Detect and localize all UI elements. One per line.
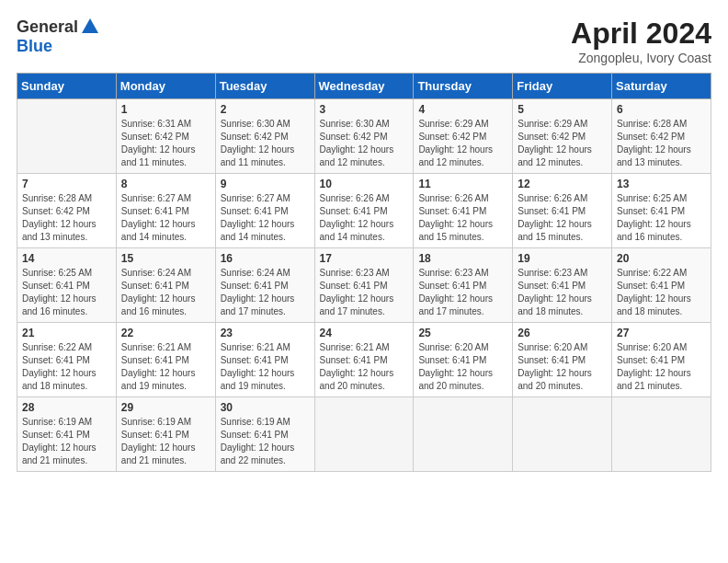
logo: General Blue [17,17,100,56]
day-info: Sunrise: 6:20 AMSunset: 6:41 PMDaylight:… [617,342,691,391]
calendar-table: SundayMondayTuesdayWednesdayThursdayFrid… [17,73,711,472]
calendar-day-cell: 18Sunrise: 6:23 AMSunset: 6:41 PMDayligh… [414,248,513,323]
calendar-week-row: 1Sunrise: 6:31 AMSunset: 6:42 PMDaylight… [17,99,711,174]
calendar-day-cell: 24Sunrise: 6:21 AMSunset: 6:41 PMDayligh… [314,323,414,397]
calendar-day-cell: 21Sunrise: 6:22 AMSunset: 6:41 PMDayligh… [17,323,117,397]
day-number: 24 [320,327,409,339]
calendar-day-cell: 1Sunrise: 6:31 AMSunset: 6:42 PMDaylight… [116,99,215,174]
day-of-week-header: Thursday [414,74,513,99]
day-info: Sunrise: 6:23 AMSunset: 6:41 PMDaylight:… [320,268,394,316]
day-info: Sunrise: 6:26 AMSunset: 6:41 PMDaylight:… [518,193,592,242]
day-number: 3 [320,103,409,116]
calendar-day-cell: 30Sunrise: 6:19 AMSunset: 6:41 PMDayligh… [215,397,314,472]
day-info: Sunrise: 6:27 AMSunset: 6:41 PMDaylight:… [121,193,196,242]
day-number: 9 [221,178,310,190]
calendar-week-row: 21Sunrise: 6:22 AMSunset: 6:41 PMDayligh… [17,323,711,397]
day-info: Sunrise: 6:31 AMSunset: 6:42 PMDaylight:… [121,119,196,167]
calendar-day-cell: 17Sunrise: 6:23 AMSunset: 6:41 PMDayligh… [314,248,414,323]
day-of-week-header: Friday [513,74,612,99]
day-of-week-header: Monday [116,74,215,99]
day-info: Sunrise: 6:30 AMSunset: 6:42 PMDaylight:… [320,119,394,167]
day-number: 15 [121,252,210,265]
day-number: 22 [121,327,210,339]
day-info: Sunrise: 6:21 AMSunset: 6:41 PMDaylight:… [320,342,394,391]
calendar-week-row: 7Sunrise: 6:28 AMSunset: 6:42 PMDaylight… [17,174,711,248]
day-info: Sunrise: 6:20 AMSunset: 6:41 PMDaylight:… [418,342,493,391]
calendar-day-cell: 5Sunrise: 6:29 AMSunset: 6:42 PMDaylight… [513,99,612,174]
day-number: 18 [418,252,507,265]
day-info: Sunrise: 6:19 AMSunset: 6:41 PMDaylight:… [121,417,196,465]
calendar-day-cell: 3Sunrise: 6:30 AMSunset: 6:42 PMDaylight… [314,99,414,174]
calendar-day-cell: 25Sunrise: 6:20 AMSunset: 6:41 PMDayligh… [414,323,513,397]
calendar-week-row: 14Sunrise: 6:25 AMSunset: 6:41 PMDayligh… [17,248,711,323]
day-info: Sunrise: 6:27 AMSunset: 6:41 PMDaylight:… [221,193,295,242]
day-info: Sunrise: 6:22 AMSunset: 6:41 PMDaylight:… [22,342,97,391]
calendar-day-cell: 22Sunrise: 6:21 AMSunset: 6:41 PMDayligh… [116,323,215,397]
day-number: 2 [221,103,310,116]
day-info: Sunrise: 6:20 AMSunset: 6:41 PMDaylight:… [518,342,592,391]
day-info: Sunrise: 6:29 AMSunset: 6:42 PMDaylight:… [518,119,592,167]
calendar-header-row: SundayMondayTuesdayWednesdayThursdayFrid… [17,74,711,99]
calendar-day-cell: 2Sunrise: 6:30 AMSunset: 6:42 PMDaylight… [215,99,314,174]
day-number: 13 [617,178,706,190]
day-number: 17 [320,252,409,265]
day-info: Sunrise: 6:23 AMSunset: 6:41 PMDaylight:… [418,268,493,316]
day-number: 28 [22,401,111,414]
day-info: Sunrise: 6:23 AMSunset: 6:41 PMDaylight:… [518,268,592,316]
calendar-day-cell: 19Sunrise: 6:23 AMSunset: 6:41 PMDayligh… [513,248,612,323]
day-info: Sunrise: 6:30 AMSunset: 6:42 PMDaylight:… [221,119,295,167]
day-info: Sunrise: 6:24 AMSunset: 6:41 PMDaylight:… [121,268,196,316]
day-info: Sunrise: 6:26 AMSunset: 6:41 PMDaylight:… [320,193,394,242]
logo-general-text: General [17,17,78,37]
day-of-week-header: Wednesday [314,74,414,99]
calendar-day-cell [314,397,414,472]
day-number: 8 [121,178,210,190]
calendar-day-cell: 12Sunrise: 6:26 AMSunset: 6:41 PMDayligh… [513,174,612,248]
day-number: 16 [221,252,310,265]
calendar-day-cell: 29Sunrise: 6:19 AMSunset: 6:41 PMDayligh… [116,397,215,472]
day-number: 26 [518,327,607,339]
calendar-day-cell [17,99,117,174]
calendar-day-cell: 11Sunrise: 6:26 AMSunset: 6:41 PMDayligh… [414,174,513,248]
day-info: Sunrise: 6:28 AMSunset: 6:42 PMDaylight:… [617,119,691,167]
day-number: 21 [22,327,111,339]
calendar-day-cell: 27Sunrise: 6:20 AMSunset: 6:41 PMDayligh… [612,323,711,397]
calendar-day-cell [414,397,513,472]
day-number: 5 [518,103,607,116]
logo-blue-text: Blue [17,37,52,56]
day-number: 4 [418,103,507,116]
day-info: Sunrise: 6:26 AMSunset: 6:41 PMDaylight:… [418,193,493,242]
calendar-day-cell: 23Sunrise: 6:21 AMSunset: 6:41 PMDayligh… [215,323,314,397]
day-number: 23 [221,327,310,339]
day-number: 20 [617,252,706,265]
day-of-week-header: Saturday [612,74,711,99]
calendar-day-cell: 16Sunrise: 6:24 AMSunset: 6:41 PMDayligh… [215,248,314,323]
day-of-week-header: Tuesday [215,74,314,99]
day-info: Sunrise: 6:25 AMSunset: 6:41 PMDaylight:… [617,193,691,242]
day-info: Sunrise: 6:29 AMSunset: 6:42 PMDaylight:… [418,119,493,167]
day-info: Sunrise: 6:21 AMSunset: 6:41 PMDaylight:… [121,342,196,391]
calendar-day-cell: 7Sunrise: 6:28 AMSunset: 6:42 PMDaylight… [17,174,117,248]
day-info: Sunrise: 6:19 AMSunset: 6:41 PMDaylight:… [22,417,97,465]
day-number: 7 [22,178,111,190]
title-block: April 2024 Zongopleu, Ivory Coast [571,17,711,65]
day-number: 10 [320,178,409,190]
day-number: 25 [418,327,507,339]
day-info: Sunrise: 6:21 AMSunset: 6:41 PMDaylight:… [221,342,295,391]
day-info: Sunrise: 6:22 AMSunset: 6:41 PMDaylight:… [617,268,691,316]
location-subtitle: Zongopleu, Ivory Coast [571,51,711,65]
day-info: Sunrise: 6:19 AMSunset: 6:41 PMDaylight:… [221,417,295,465]
calendar-day-cell: 8Sunrise: 6:27 AMSunset: 6:41 PMDaylight… [116,174,215,248]
day-number: 30 [221,401,310,414]
day-number: 29 [121,401,210,414]
logo-icon [80,17,100,37]
calendar-day-cell: 10Sunrise: 6:26 AMSunset: 6:41 PMDayligh… [314,174,414,248]
calendar-day-cell [513,397,612,472]
calendar-week-row: 28Sunrise: 6:19 AMSunset: 6:41 PMDayligh… [17,397,711,472]
day-info: Sunrise: 6:28 AMSunset: 6:42 PMDaylight:… [22,193,97,242]
day-number: 19 [518,252,607,265]
day-number: 12 [518,178,607,190]
day-number: 6 [617,103,706,116]
calendar-day-cell: 13Sunrise: 6:25 AMSunset: 6:41 PMDayligh… [612,174,711,248]
calendar-day-cell: 4Sunrise: 6:29 AMSunset: 6:42 PMDaylight… [414,99,513,174]
